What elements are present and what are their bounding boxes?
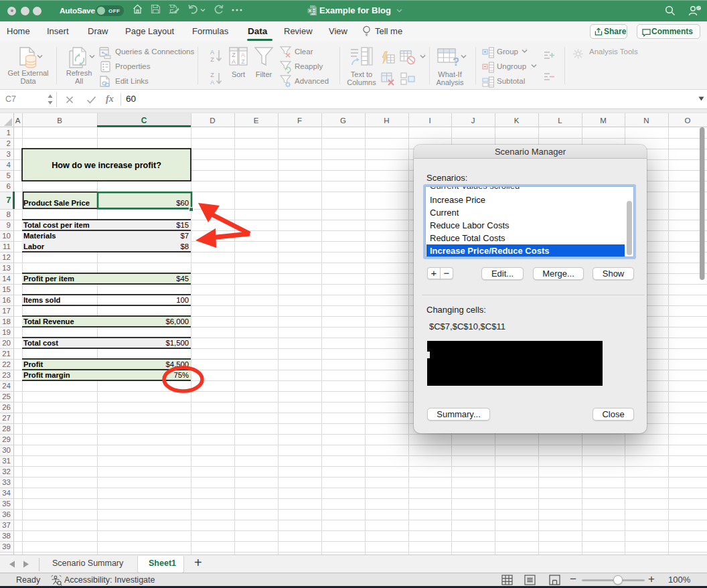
- svg-text:8: 8: [7, 210, 11, 218]
- svg-text:O: O: [685, 117, 691, 125]
- svg-text:17: 17: [2, 307, 11, 315]
- svg-text:19: 19: [2, 328, 11, 336]
- svg-text:?: ?: [453, 56, 459, 67]
- svg-text:6: 6: [7, 182, 11, 190]
- svg-text:33: 33: [2, 478, 11, 486]
- svg-text:A: A: [210, 49, 214, 56]
- svg-text:H: H: [384, 117, 389, 125]
- svg-text:27: 27: [2, 414, 11, 422]
- svg-text:22: 22: [2, 360, 11, 368]
- svg-text:Profit: Profit: [23, 360, 43, 368]
- svg-text:Total cost: Total cost: [23, 339, 58, 347]
- svg-text:29: 29: [2, 435, 11, 443]
- svg-text:1: 1: [7, 129, 11, 137]
- svg-text:A: A: [241, 52, 245, 58]
- svg-text:32: 32: [2, 467, 11, 475]
- svg-text:9: 9: [7, 221, 11, 229]
- svg-text:20: 20: [2, 339, 11, 347]
- svg-text:L: L: [558, 117, 562, 125]
- svg-text:D: D: [210, 117, 215, 125]
- svg-text:10: 10: [2, 232, 11, 240]
- svg-text:N: N: [643, 117, 649, 125]
- svg-text:25: 25: [2, 392, 11, 400]
- svg-text:Z: Z: [232, 52, 236, 58]
- svg-text:75%: 75%: [173, 371, 189, 379]
- svg-text:2: 2: [7, 139, 11, 147]
- svg-text:B: B: [57, 117, 62, 125]
- svg-text:23: 23: [2, 371, 11, 379]
- svg-text:34: 34: [2, 489, 11, 497]
- svg-text:28: 28: [2, 425, 11, 433]
- svg-text:38: 38: [2, 532, 11, 540]
- svg-text:Materials: Materials: [23, 232, 56, 240]
- svg-text:7: 7: [6, 195, 11, 205]
- svg-text:I: I: [428, 117, 430, 125]
- svg-text:26: 26: [2, 403, 11, 411]
- svg-text:M: M: [600, 117, 607, 125]
- svg-text:12: 12: [2, 253, 11, 261]
- svg-text:Z: Z: [210, 56, 214, 63]
- svg-text:14: 14: [2, 275, 11, 283]
- svg-text:Total cost per item: Total cost per item: [23, 221, 90, 229]
- svg-text:$1,500: $1,500: [165, 339, 189, 347]
- svg-text:$45: $45: [176, 275, 189, 283]
- svg-text:37: 37: [2, 521, 11, 529]
- svg-text:35: 35: [2, 500, 11, 508]
- svg-text:15: 15: [2, 285, 11, 293]
- svg-text:K: K: [514, 117, 520, 125]
- svg-text:Labor: Labor: [23, 242, 45, 250]
- svg-text:$60: $60: [176, 199, 189, 207]
- svg-text:5: 5: [7, 171, 11, 179]
- svg-text:100: 100: [176, 296, 189, 304]
- svg-text:How do we increase profit?: How do we increase profit?: [52, 161, 161, 170]
- svg-text:Items sold: Items sold: [23, 296, 60, 304]
- svg-text:31: 31: [2, 457, 11, 465]
- svg-text:3: 3: [7, 150, 11, 158]
- svg-text:G: G: [340, 117, 346, 125]
- svg-text:A: A: [15, 117, 21, 125]
- svg-text:4: 4: [7, 161, 11, 169]
- svg-text:$6,000: $6,000: [165, 317, 189, 325]
- svg-text:18: 18: [2, 317, 11, 325]
- svg-text:F: F: [297, 117, 302, 125]
- svg-text:Z: Z: [210, 72, 214, 78]
- svg-text:Product Sale Price: Product Sale Price: [23, 199, 90, 207]
- svg-text:21: 21: [2, 350, 11, 358]
- svg-text:A: A: [232, 58, 236, 65]
- svg-text:E: E: [254, 117, 259, 125]
- svg-text:Z: Z: [241, 58, 245, 65]
- svg-text:16: 16: [2, 296, 11, 304]
- svg-text:$15: $15: [176, 221, 189, 229]
- svg-text:36: 36: [2, 510, 11, 518]
- svg-text:Total Revenue: Total Revenue: [23, 317, 74, 325]
- svg-text:$7: $7: [180, 232, 189, 240]
- svg-text:24: 24: [2, 382, 11, 390]
- svg-text:C: C: [141, 116, 147, 125]
- svg-text:$8: $8: [180, 242, 189, 250]
- svg-text:39: 39: [2, 542, 11, 550]
- svg-text:30: 30: [2, 446, 11, 454]
- svg-text:A: A: [210, 79, 214, 86]
- svg-text:Profit margin: Profit margin: [23, 371, 70, 379]
- svg-text:Profit per item: Profit per item: [23, 275, 74, 283]
- svg-text:11: 11: [3, 242, 11, 250]
- svg-text:J: J: [471, 117, 475, 125]
- svg-text:13: 13: [2, 264, 11, 272]
